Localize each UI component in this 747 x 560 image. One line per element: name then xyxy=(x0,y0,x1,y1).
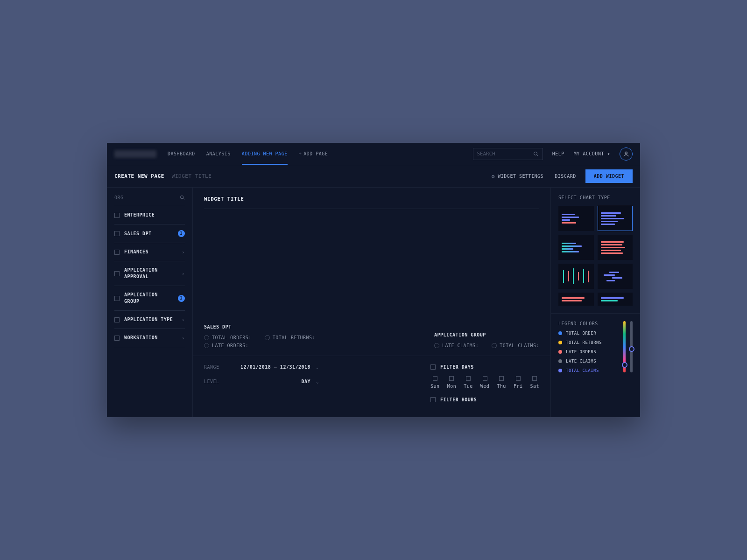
widget-settings-button[interactable]: WIDGET SETTINGS xyxy=(492,173,544,180)
chart-type-thumb-7[interactable] xyxy=(558,293,594,306)
legend-item-total-claims[interactable]: TOTAL CLAIMS xyxy=(558,368,618,373)
dot-icon xyxy=(558,350,562,354)
sidebar-item-application-type[interactable]: APPLICATION TYPE › xyxy=(114,311,185,329)
color-slider-hue[interactable] xyxy=(623,321,626,372)
day-tue[interactable]: Tue xyxy=(464,376,473,389)
day-wed[interactable]: Wed xyxy=(480,376,490,389)
day-filters: Sun Mon Tue Wed Thu Fri Sat xyxy=(430,376,539,389)
checkbox-icon[interactable] xyxy=(430,364,436,370)
nav-analysis[interactable]: ANALYSIS xyxy=(206,143,231,165)
radio-late-claims[interactable]: LATE CLAIMS: xyxy=(434,343,479,348)
checkbox-icon[interactable] xyxy=(114,250,120,255)
chart-type-thumb-1[interactable] xyxy=(558,206,594,231)
chart-type-thumb-5[interactable] xyxy=(558,264,594,289)
day-sat[interactable]: Sat xyxy=(530,376,539,389)
level-label: LEVEL xyxy=(204,379,234,384)
nav-add-page[interactable]: +ADD PAGE xyxy=(299,143,328,165)
legend-item-total-returns[interactable]: TOTAL RETURNS xyxy=(558,340,618,345)
sidebar-item-label: APPLICATION GROUP xyxy=(124,292,173,305)
legend-label: TOTAL CLAIMS xyxy=(566,368,599,373)
sidebar-title: ORG xyxy=(114,195,124,200)
checkbox-icon[interactable] xyxy=(114,231,120,236)
checkbox-icon[interactable] xyxy=(114,336,120,341)
radio-total-orders[interactable]: TOTAL ORDERS: xyxy=(204,335,252,340)
checkbox-icon[interactable] xyxy=(430,397,436,402)
day-label: Thu xyxy=(497,384,506,389)
checkbox-icon[interactable] xyxy=(516,376,521,381)
filter-hours-toggle[interactable]: FILTER HOURS xyxy=(430,397,539,402)
axis-group-title: APPLICATION GROUP xyxy=(434,332,539,337)
day-label: Fri xyxy=(514,384,523,389)
sidebar-item-application-approval[interactable]: APPLICATION APPROVAL › xyxy=(114,261,185,286)
checkbox-icon[interactable] xyxy=(433,376,437,381)
level-select[interactable]: LEVEL DAY ⌄ xyxy=(204,379,319,384)
chart-type-thumb-2[interactable] xyxy=(598,206,633,231)
slider-handle[interactable] xyxy=(622,362,627,368)
day-sun[interactable]: Sun xyxy=(430,376,440,389)
checkbox-icon[interactable] xyxy=(114,296,120,301)
legend-item-total-order[interactable]: TOTAL ORDER xyxy=(558,331,618,336)
chevron-down-icon: ⌄ xyxy=(316,365,319,370)
avatar[interactable] xyxy=(620,147,633,161)
range-select[interactable]: RANGE 12/01/2018 – 12/31/2018 ⌄ xyxy=(204,364,319,370)
chart-type-thumb-8[interactable] xyxy=(598,293,633,306)
sidebar-item-sales-dpt[interactable]: SALES DPT 2 xyxy=(114,224,185,243)
sidebar-search-icon[interactable] xyxy=(180,195,185,200)
day-mon[interactable]: Mon xyxy=(447,376,457,389)
checkbox-icon[interactable] xyxy=(449,376,454,381)
legend-label: TOTAL RETURNS xyxy=(566,340,602,345)
chevron-right-icon: › xyxy=(182,249,185,255)
breadcrumb-bar: CREATE NEW PAGE WIDGET TITLE WIDGET SETT… xyxy=(107,165,640,188)
legend-item-late-orders[interactable]: LATE ORDERS xyxy=(558,350,618,354)
checkbox-icon[interactable] xyxy=(466,376,471,381)
account-dropdown[interactable]: MY ACCOUNT ▾ xyxy=(574,151,610,156)
sidebar-item-label: WORKSTATION xyxy=(124,335,177,341)
sidebar-item-workstation[interactable]: WORKSTATION › xyxy=(114,329,185,347)
color-slider-value[interactable] xyxy=(630,321,633,372)
nav-dashboard[interactable]: DASHBOARD xyxy=(168,143,195,165)
legend-label: LATE CLAIMS xyxy=(566,359,596,364)
help-link[interactable]: HELP xyxy=(552,151,564,156)
radio-late-orders[interactable]: LATE ORDERS: xyxy=(204,343,248,348)
chevron-down-icon: ⌄ xyxy=(316,379,319,384)
checkbox-icon[interactable] xyxy=(114,271,120,276)
sidebar-item-enterprice[interactable]: ENTERPRICE xyxy=(114,206,185,224)
filter-col: FILTER DAYS Sun Mon Tue Wed Thu Fri Sat … xyxy=(430,364,539,409)
chart-type-thumb-4[interactable] xyxy=(598,235,633,260)
filter-days-toggle[interactable]: FILTER DAYS xyxy=(430,364,539,370)
body: ORG ENTERPRICE SALES DPT 2 FINANCES › xyxy=(107,188,640,417)
badge: 2 xyxy=(178,230,185,237)
radio-total-returns[interactable]: TOTAL RETURNS: xyxy=(265,335,315,340)
sidebar-item-application-group[interactable]: APPLICATION GROUP 3 xyxy=(114,286,185,311)
sidebar-item-label: SALES DPT xyxy=(124,231,173,237)
chart-type-thumb-6[interactable] xyxy=(598,264,633,289)
checkbox-icon[interactable] xyxy=(483,376,487,381)
discard-button[interactable]: DISCARD xyxy=(555,174,576,179)
chart-type-thumb-3[interactable] xyxy=(558,235,594,260)
day-fri[interactable]: Fri xyxy=(514,376,523,389)
chart-type-grid xyxy=(558,206,633,306)
sidebar-item-label: APPLICATION TYPE xyxy=(124,316,177,323)
legend-item-late-claims[interactable]: LATE CLAIMS xyxy=(558,359,618,364)
checkbox-icon[interactable] xyxy=(114,317,120,322)
radio-total-claims[interactable]: TOTAL CLAIMS: xyxy=(492,343,539,348)
day-label: Mon xyxy=(447,384,457,389)
axis-group-sales: SALES DPT TOTAL ORDERS: TOTAL RETURNS: L… xyxy=(204,324,315,348)
checkbox-icon[interactable] xyxy=(499,376,504,381)
nav-links: DASHBOARD ANALYSIS ADDING NEW PAGE +ADD … xyxy=(168,143,328,165)
axis-group-title: SALES DPT xyxy=(204,324,315,329)
day-thu[interactable]: Thu xyxy=(497,376,506,389)
search-input[interactable]: SEARCH xyxy=(473,148,543,160)
checkbox-icon[interactable] xyxy=(114,213,120,218)
legend-title: LEGEND COLORS xyxy=(558,321,618,326)
right-nav: HELP MY ACCOUNT ▾ xyxy=(552,147,633,161)
add-widget-button[interactable]: ADD WIDGET xyxy=(585,169,633,183)
topnav: DASHBOARD ANALYSIS ADDING NEW PAGE +ADD … xyxy=(107,143,640,165)
nav-adding-new-page[interactable]: ADDING NEW PAGE xyxy=(242,143,288,165)
legend-panel: LEGEND COLORS TOTAL ORDER TOTAL RETURNS … xyxy=(551,313,640,385)
chevron-right-icon: › xyxy=(182,335,185,341)
sidebar-item-finances[interactable]: FINANCES › xyxy=(114,243,185,261)
slider-handle[interactable] xyxy=(629,346,634,352)
checkbox-icon[interactable] xyxy=(532,376,537,381)
sidebar-item-label: FINANCES xyxy=(124,249,177,255)
